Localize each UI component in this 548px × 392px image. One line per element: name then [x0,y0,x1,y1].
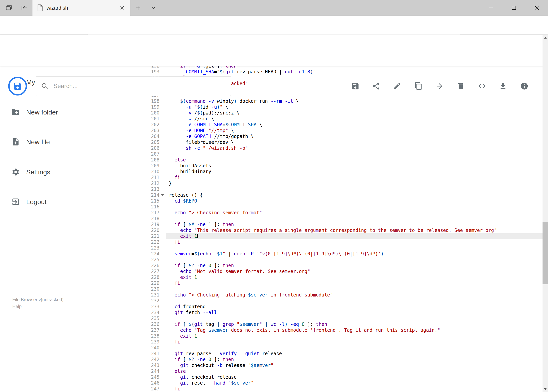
scrollbar-up-button[interactable] [542,35,548,41]
code-line[interactable]: 229 fi [141,280,542,286]
app-logo[interactable] [8,77,27,96]
code-line[interactable]: 206 sh -c "./wizard.sh -b" [141,145,542,151]
raw-editor-button[interactable] [477,81,487,91]
code-line[interactable]: 223 [141,245,542,251]
code-line[interactable]: 217 echo "> Checking semver format" [141,210,542,216]
download-button[interactable] [498,81,508,91]
code-line[interactable]: 209 buildAssets [141,163,542,169]
code-line[interactable]: 235 [141,315,542,321]
code-line[interactable]: 207 [141,151,542,157]
code-line[interactable]: 230 [141,286,542,292]
code-line[interactable]: 226 if [ $? -ne 0 ]; then [141,263,542,268]
sidebar-item-settings[interactable]: Settings [0,162,141,182]
code-line[interactable]: 227 echo "Not valid semver format. See s… [141,268,542,274]
scrollbar-down-button[interactable] [542,386,548,392]
file-info-button[interactable] [520,81,529,91]
code-line[interactable]: 213 [141,186,542,192]
code-line[interactable]: 228 exit 1 [141,274,542,280]
help-link[interactable]: Help [12,303,64,310]
trash-icon [457,82,465,90]
code-line[interactable]: 216 [141,204,542,210]
code-text [166,186,542,192]
code-text: echo "> Checking matching $semver in fro… [166,292,542,298]
code-line[interactable]: 239 fi [141,339,542,345]
share-file-button[interactable] [372,81,381,91]
save-button[interactable] [351,81,360,91]
code-line[interactable]: 219 if [ $# -ne 1 ]; then [141,222,542,227]
code-line[interactable]: 192 if [ -d .git ]; then [141,66,542,69]
code-line[interactable]: 200 -v /$(pwd):/src:z \ [141,110,542,116]
search-input[interactable] [53,82,226,90]
code-line[interactable]: 242 if [ $? -ne 0 ]; then [141,357,542,363]
sidebar-item-new-folder[interactable]: New folder [0,102,141,122]
code-text: if [ $(git tag | grep "$semver" | wc -l)… [166,321,542,327]
show-tab-previews-button[interactable] [149,4,157,12]
code-line[interactable]: 231 echo "> Checking matching $semver in… [141,292,542,298]
search-bar[interactable] [36,76,231,96]
code-line[interactable]: 245 git checkout release [141,374,542,380]
set-tabs-aside-button[interactable] [20,4,28,12]
code-line[interactable]: 204 -e GOPATH=//tmp/gopath \ [141,133,542,139]
code-line[interactable]: 220 echo "This release script requires a… [141,227,542,233]
code-line[interactable]: 234 git fetch --all [141,310,542,315]
code-line[interactable]: 203 -e HOME="//tmp" \ [141,128,542,133]
fold-marker-icon[interactable] [161,194,164,196]
code-line[interactable]: 236 if [ $(git tag | grep "$semver" | wc… [141,321,542,327]
window-minimize-button[interactable] [482,0,499,16]
window-maximize-button[interactable] [506,0,522,16]
code-line[interactable]: 243 git checkout -b release "$semver" [141,363,542,368]
fold-gutter [160,298,166,304]
code-line[interactable]: 199 -u "$(id -u)" \ [141,104,542,110]
rename-button[interactable] [392,81,402,91]
code-line[interactable]: 222 fi [141,239,542,245]
code-line[interactable]: 240 [141,345,542,351]
tab-close-button[interactable] [120,5,126,11]
code-text: echo "Not valid semver format. See semve… [166,268,542,274]
code-line[interactable]: 211 fi [141,175,542,181]
code-line[interactable]: 225 [141,257,542,263]
code-text: exit 1 [166,333,542,339]
fold-gutter [160,239,166,245]
code-line[interactable]: 198 $(command -v winpty) docker run --rm… [141,98,542,104]
sidebar-item-logout[interactable]: Logout [0,192,141,211]
app-version-text: File Browser v(untracked) [12,296,64,303]
page-scrollbar[interactable] [542,35,548,392]
code-line[interactable]: 215 cd $REPO [141,198,542,204]
code-line[interactable]: 224 semver=$(echo "$1" | grep -P '^v(0|[… [141,251,542,257]
code-line[interactable]: 221 exit 1 [141,233,542,239]
show-set-aside-tabs-button[interactable] [5,4,13,12]
code-line[interactable]: 237 echo "Tag $semver does not exist in … [141,327,542,333]
sidebar-divider [3,157,126,157]
code-line[interactable]: 202 -e COMMIT_SHA=$COMMIT_SHA \ [141,122,542,128]
code-line[interactable]: 214release () { [141,192,542,198]
code-text: cd frontend [166,304,542,310]
code-line[interactable]: 233 cd frontend [141,304,542,310]
code-line[interactable]: 208 else [141,157,542,163]
line-number: 231 [141,292,160,298]
move-button[interactable] [435,81,444,91]
code-line[interactable]: 238 exit 1 [141,333,542,339]
browser-tab[interactable]: wizard.sh [33,0,130,16]
fold-gutter [160,368,166,374]
code-line[interactable]: 246 git reset --hard "$semver" [141,380,542,386]
code-line[interactable]: 241 git rev-parse --verify --quiet relea… [141,351,542,357]
code-line[interactable]: 201 -w //src \ [141,116,542,122]
code-line[interactable]: 205 filebrowser/dev \ [141,139,542,145]
code-line[interactable]: 218 [141,216,542,222]
scrollbar-thumb[interactable] [542,222,548,284]
gear-icon [11,168,20,176]
code-line[interactable]: 232 [141,298,542,304]
code-text: exit 1 [166,274,542,280]
window-close-button[interactable] [528,0,545,16]
code-line[interactable]: 212} [141,181,542,186]
code-editor[interactable]: 192 if [ -d .git ]; then193 COMMIT_SHA="… [141,66,542,392]
line-number: 217 [141,210,160,216]
code-line[interactable]: 210 buildBinary [141,169,542,175]
code-line[interactable]: 193 COMMIT_SHA="$(git rev-parse HEAD | c… [141,69,542,75]
copy-button[interactable] [414,81,423,91]
delete-button[interactable] [456,81,465,91]
code-line[interactable]: 247 fi [141,386,542,392]
new-tab-button[interactable] [134,4,142,12]
code-line[interactable]: 244 else [141,368,542,374]
sidebar-item-new-file[interactable]: New file [0,132,141,152]
